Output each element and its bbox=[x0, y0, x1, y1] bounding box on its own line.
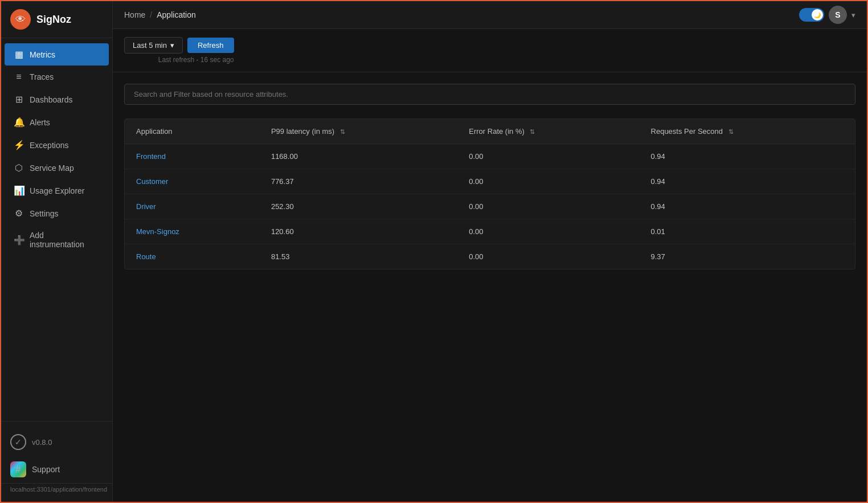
support-label: Support bbox=[32, 465, 60, 474]
table-header: Application P99 latency (in ms) ⇅ Error … bbox=[125, 119, 855, 144]
sidebar-item-label: Usage Explorer bbox=[30, 186, 85, 195]
table-row: Customer776.370.000.94 bbox=[125, 169, 855, 194]
exceptions-icon: ⚡ bbox=[14, 140, 24, 150]
app-name-cell[interactable]: Customer bbox=[125, 169, 260, 194]
app-name-cell[interactable]: Frontend bbox=[125, 144, 260, 169]
status-url: localhost:3301/application/frontend bbox=[10, 486, 107, 493]
breadcrumb-current: Application bbox=[157, 10, 196, 19]
service-map-icon: ⬡ bbox=[14, 162, 24, 173]
p99-cell: 252.30 bbox=[260, 194, 457, 219]
sidebar-item-usage-explorer[interactable]: 📊 Usage Explorer bbox=[5, 179, 109, 202]
error-rate-cell: 0.00 bbox=[457, 219, 639, 244]
sidebar-item-traces[interactable]: ≡ Traces bbox=[5, 66, 109, 88]
theme-toggle-area: 🌙 bbox=[799, 8, 824, 22]
time-controls: Last 5 min ▾ Refresh bbox=[124, 37, 234, 54]
app-name: SigNoz bbox=[36, 14, 71, 26]
logo-area: 👁 SigNoz bbox=[1, 1, 112, 38]
breadcrumb-separator: / bbox=[150, 10, 152, 19]
sidebar-item-metrics[interactable]: ▦ Metrics bbox=[5, 43, 109, 66]
time-select-chevron: ▾ bbox=[170, 41, 174, 50]
col-p99[interactable]: P99 latency (in ms) ⇅ bbox=[260, 119, 457, 144]
rps-cell: 0.94 bbox=[640, 169, 855, 194]
sidebar-item-label: Alerts bbox=[30, 118, 50, 127]
rps-sort-icon: ⇅ bbox=[728, 128, 734, 135]
sidebar-nav: ▦ Metrics ≡ Traces ⊞ Dashboards 🔔 Alerts… bbox=[1, 38, 112, 421]
p99-cell: 81.53 bbox=[260, 244, 457, 269]
alerts-icon: 🔔 bbox=[14, 117, 24, 128]
settings-icon: ⚙ bbox=[14, 208, 24, 219]
top-header: Home / Application 🌙 S ▾ bbox=[113, 1, 867, 29]
support-item[interactable]: # Support bbox=[1, 456, 112, 483]
p99-cell: 776.37 bbox=[260, 169, 457, 194]
table-row: Frontend1168.000.000.94 bbox=[125, 144, 855, 169]
app-name-cell[interactable]: Route bbox=[125, 244, 260, 269]
sidebar-item-dashboards[interactable]: ⊞ Dashboards bbox=[5, 88, 109, 111]
metrics-icon: ▦ bbox=[14, 49, 24, 60]
slack-icon: # bbox=[10, 461, 26, 477]
p99-cell: 120.60 bbox=[260, 219, 457, 244]
rps-cell: 9.37 bbox=[640, 244, 855, 269]
moon-icon: 🌙 bbox=[814, 12, 821, 18]
content-area: Application P99 latency (in ms) ⇅ Error … bbox=[113, 72, 867, 502]
version-icon: ✓ bbox=[10, 434, 26, 450]
topbar: spacer Last 5 min ▾ Refresh Last refresh… bbox=[113, 29, 867, 72]
col-error-rate[interactable]: Error Rate (in %) ⇅ bbox=[457, 119, 639, 144]
sidebar-item-exceptions[interactable]: ⚡ Exceptions bbox=[5, 134, 109, 156]
time-range-select[interactable]: Last 5 min ▾ bbox=[124, 37, 183, 54]
search-input[interactable] bbox=[124, 84, 855, 105]
rps-cell: 0.01 bbox=[640, 219, 855, 244]
rps-cell: 0.94 bbox=[640, 194, 855, 219]
sidebar: 👁 SigNoz ▦ Metrics ≡ Traces ⊞ Dashboards… bbox=[1, 1, 113, 502]
time-range-label: Last 5 min bbox=[133, 41, 167, 50]
table-body: Frontend1168.000.000.94Customer776.370.0… bbox=[125, 144, 855, 269]
version-info: ✓ v0.8.0 bbox=[1, 428, 112, 456]
topbar-right: Last 5 min ▾ Refresh Last refresh - 16 s… bbox=[124, 37, 234, 64]
status-bar: localhost:3301/application/frontend bbox=[1, 483, 112, 495]
rps-cell: 0.94 bbox=[640, 144, 855, 169]
col-rps[interactable]: Requests Per Second ⇅ bbox=[640, 119, 855, 144]
sidebar-item-label: Settings bbox=[30, 209, 59, 218]
refresh-button[interactable]: Refresh bbox=[187, 38, 234, 53]
sidebar-item-settings[interactable]: ⚙ Settings bbox=[5, 202, 109, 224]
table-row: Mevn-Signoz120.600.000.01 bbox=[125, 219, 855, 244]
topbar-controls: 🌙 S ▾ bbox=[799, 6, 855, 24]
error-rate-cell: 0.00 bbox=[457, 144, 639, 169]
sidebar-item-label: Dashboards bbox=[30, 95, 73, 104]
app-name-cell[interactable]: Mevn-Signoz bbox=[125, 219, 260, 244]
dashboards-icon: ⊞ bbox=[14, 94, 24, 105]
toggle-knob: 🌙 bbox=[812, 9, 823, 21]
logo-icon: 👁 bbox=[10, 9, 31, 30]
breadcrumb-home[interactable]: Home bbox=[124, 10, 145, 19]
sidebar-item-service-map[interactable]: ⬡ Service Map bbox=[5, 157, 109, 179]
user-avatar[interactable]: S bbox=[829, 6, 847, 24]
sidebar-item-label: Metrics bbox=[30, 50, 55, 59]
user-menu-chevron[interactable]: ▾ bbox=[851, 11, 855, 19]
sidebar-item-label: Add instrumentation bbox=[30, 231, 100, 249]
header-right: 🌙 S ▾ bbox=[799, 6, 855, 24]
applications-table: Application P99 latency (in ms) ⇅ Error … bbox=[125, 119, 855, 269]
sidebar-item-add-instrumentation[interactable]: ➕ Add instrumentation bbox=[5, 225, 109, 255]
sidebar-item-label: Exceptions bbox=[30, 141, 68, 150]
usage-explorer-icon: 📊 bbox=[14, 185, 24, 196]
sidebar-item-label: Service Map bbox=[30, 163, 74, 173]
traces-icon: ≡ bbox=[14, 72, 24, 82]
p99-cell: 1168.00 bbox=[260, 144, 457, 169]
version-label: v0.8.0 bbox=[32, 438, 52, 447]
last-refresh-label: Last refresh - 16 sec ago bbox=[158, 56, 234, 64]
table-row: Driver252.300.000.94 bbox=[125, 194, 855, 219]
error-rate-cell: 0.00 bbox=[457, 169, 639, 194]
sidebar-bottom: ✓ v0.8.0 # Support localhost:3301/applic… bbox=[1, 421, 112, 502]
add-instrumentation-icon: ➕ bbox=[14, 235, 24, 246]
main-content: Home / Application 🌙 S ▾ spa bbox=[113, 1, 867, 502]
table-row: Route81.530.009.37 bbox=[125, 244, 855, 269]
app-name-cell[interactable]: Driver bbox=[125, 194, 260, 219]
error-rate-sort-icon: ⇅ bbox=[530, 128, 535, 135]
sidebar-item-label: Traces bbox=[30, 72, 54, 81]
col-application: Application bbox=[125, 119, 260, 144]
applications-table-container: Application P99 latency (in ms) ⇅ Error … bbox=[124, 118, 855, 269]
p99-sort-icon: ⇅ bbox=[340, 128, 345, 135]
error-rate-cell: 0.00 bbox=[457, 194, 639, 219]
theme-toggle[interactable]: 🌙 bbox=[799, 8, 824, 22]
error-rate-cell: 0.00 bbox=[457, 244, 639, 269]
sidebar-item-alerts[interactable]: 🔔 Alerts bbox=[5, 111, 109, 133]
